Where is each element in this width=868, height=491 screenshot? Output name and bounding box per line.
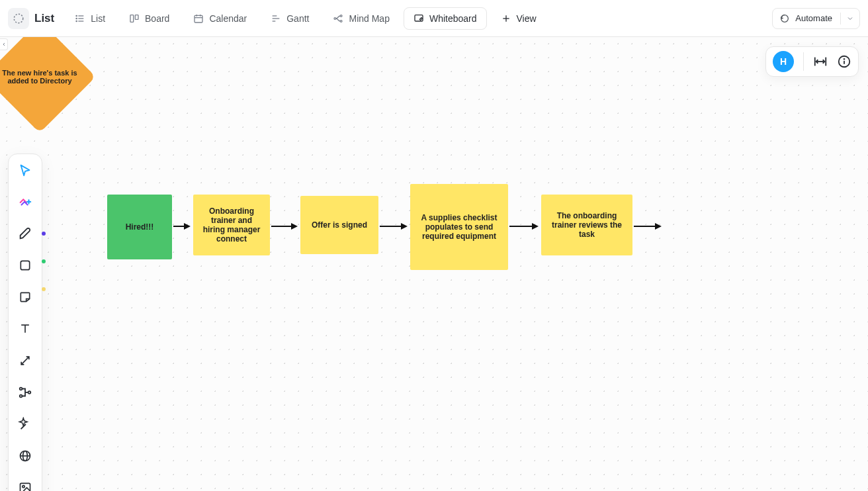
tool-web[interactable]	[15, 447, 36, 465]
tool-connector[interactable]	[15, 351, 36, 370]
node-hired[interactable]: Hired!!!	[107, 195, 172, 259]
tab-label: List	[91, 13, 105, 24]
node-text: Onboarding trainer and hiring manager co…	[200, 206, 263, 244]
whiteboard-toolbar	[8, 154, 42, 491]
collapse-handle[interactable]	[0, 38, 8, 50]
color-swatch-purple[interactable]	[42, 232, 46, 236]
color-swatch-green[interactable]	[42, 259, 46, 263]
tool-sticky[interactable]	[15, 288, 36, 306]
node-text: A supplies checklist populates to send r…	[417, 213, 501, 241]
add-view-button[interactable]: View	[491, 7, 546, 30]
plus-icon	[501, 13, 511, 24]
node-added-to-directory[interactable]: The new hire's task is added to Director…	[0, 37, 96, 133]
fit-width-icon[interactable]	[813, 54, 828, 69]
board-view-icon	[129, 13, 140, 24]
info-icon[interactable]	[837, 54, 851, 69]
node-supplies-checklist[interactable]: A supplies checklist populates to send r…	[410, 184, 508, 270]
whiteboard-view-icon	[413, 13, 424, 24]
arrow-3[interactable]	[380, 226, 406, 227]
tab-whiteboard[interactable]: Whiteboard	[404, 7, 487, 30]
tool-text[interactable]	[15, 320, 36, 338]
tool-generate[interactable]	[15, 193, 36, 211]
tab-label: Board	[145, 13, 169, 24]
tab-label: Calendar	[209, 13, 247, 24]
tool-select[interactable]	[15, 161, 36, 179]
arrow-4[interactable]	[509, 226, 537, 227]
color-swatch-yellow[interactable]	[42, 287, 46, 291]
list-icon-chip	[8, 8, 29, 29]
tool-shape[interactable]	[15, 256, 36, 275]
automate-icon	[779, 13, 790, 24]
svg-point-36	[20, 395, 22, 398]
automate-label: Automate	[795, 13, 832, 23]
node-trainer-review[interactable]: The onboarding trainer reviews the task	[541, 195, 632, 255]
whiteboard-canvas[interactable]: H	[0, 37, 868, 491]
chevron-down-icon[interactable]	[840, 13, 854, 24]
node-text: The new hire's task is added to Director…	[0, 69, 79, 85]
svg-rect-8	[135, 15, 138, 19]
node-text: Offer is signed	[312, 220, 367, 230]
node-onboarding-connect[interactable]: Onboarding trainer and hiring manager co…	[193, 195, 270, 255]
svg-point-35	[20, 388, 22, 390]
tab-label: Mind Map	[349, 13, 389, 24]
add-view-label: View	[517, 13, 537, 24]
svg-point-6	[76, 21, 77, 21]
svg-point-17	[341, 15, 343, 17]
svg-rect-31	[21, 261, 29, 269]
node-text: Hired!!!	[126, 222, 154, 232]
dashed-circle-icon	[13, 13, 24, 24]
svg-rect-7	[130, 15, 134, 22]
arrow-5[interactable]	[634, 226, 660, 227]
svg-point-4	[76, 15, 77, 16]
tab-label: Gantt	[286, 13, 309, 24]
svg-point-28	[844, 59, 845, 60]
avatar[interactable]: H	[773, 51, 794, 72]
svg-point-5	[76, 18, 77, 19]
list-view-icon	[75, 13, 85, 24]
canvas-top-right-controls: H	[765, 46, 859, 77]
arrow-1[interactable]	[173, 226, 189, 227]
tool-pen[interactable]	[15, 224, 36, 243]
svg-line-34	[21, 357, 29, 365]
tool-ai-sparkle[interactable]	[15, 415, 36, 433]
automate-button[interactable]: Automate	[772, 8, 860, 29]
mindmap-view-icon	[333, 13, 343, 24]
calendar-view-icon	[193, 13, 204, 24]
tab-list[interactable]: List	[65, 7, 115, 30]
svg-point-16	[334, 17, 336, 19]
node-text: The onboarding trainer reviews the task	[548, 211, 626, 239]
tool-image[interactable]	[15, 478, 36, 491]
svg-point-0	[14, 14, 23, 23]
tab-board[interactable]: Board	[119, 7, 179, 30]
tab-label: Whiteboard	[429, 13, 477, 24]
tab-mindmap[interactable]: Mind Map	[323, 7, 399, 30]
top-bar: List List Board Calendar Gantt Mind Map …	[0, 0, 868, 37]
arrow-2[interactable]	[271, 226, 296, 227]
divider	[803, 52, 804, 71]
tab-calendar[interactable]: Calendar	[183, 7, 257, 30]
list-title: List	[34, 12, 54, 25]
tool-relations[interactable]	[15, 383, 36, 402]
svg-point-37	[28, 391, 31, 394]
node-offer-signed[interactable]: Offer is signed	[300, 196, 378, 254]
tab-gantt[interactable]: Gantt	[261, 7, 319, 30]
svg-point-43	[22, 486, 24, 488]
svg-rect-9	[195, 15, 202, 22]
svg-point-18	[341, 20, 343, 22]
gantt-view-icon	[271, 13, 281, 24]
